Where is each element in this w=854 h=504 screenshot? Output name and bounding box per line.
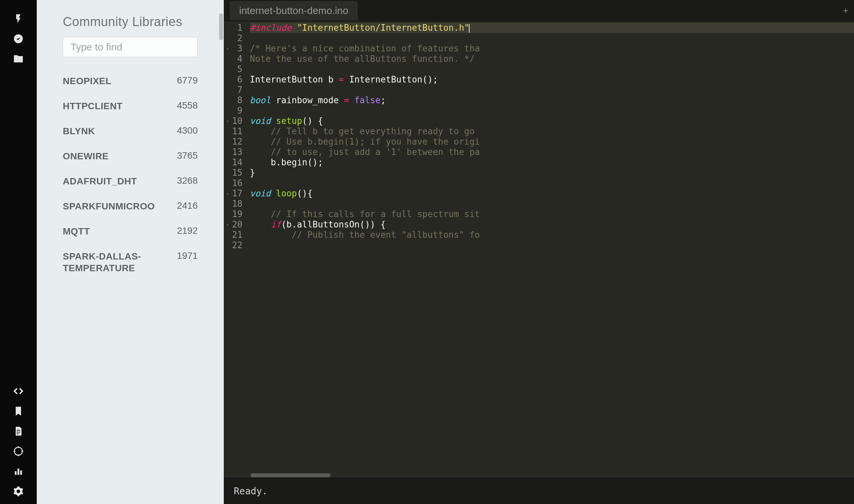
code-line[interactable] [250,33,854,43]
status-bar: Ready. [224,478,854,504]
line-number: 18 [227,199,242,209]
library-item[interactable]: ONEWIRE3765 [63,144,198,169]
library-item[interactable]: BLYNK4300 [63,119,198,144]
code-line[interactable] [250,85,854,95]
library-name: BLYNK [63,125,95,137]
code-content[interactable]: #include "InternetButton/InternetButton.… [247,21,854,478]
sidebar-scrollbar[interactable] [218,0,224,504]
line-number: 3▾ [227,43,242,54]
library-item[interactable]: MQTT2192 [63,219,198,244]
code-line[interactable]: // Use b.begin(1); if you have the origi [250,137,854,147]
check-circle-icon[interactable] [12,33,24,45]
line-number: 8 [227,95,242,106]
line-number: 16 [227,178,242,188]
code-line[interactable] [250,240,854,251]
sidebar-scroll-thumb[interactable] [219,13,223,40]
code-line[interactable]: if(b.allButtonsOn()) { [250,219,854,230]
library-item[interactable]: SPARK-DALLAS-TEMPERATURE1971 [63,244,198,281]
bar-chart-icon[interactable] [12,465,24,477]
line-number: 15 [227,168,242,178]
svg-rect-2 [15,471,16,475]
code-line[interactable]: #include "InternetButton/InternetButton.… [250,23,854,33]
line-number: 13 [227,147,242,157]
code-line[interactable]: InternetButton b = InternetButton(); [250,74,854,85]
line-number: 6 [227,74,242,85]
code-line[interactable] [250,178,854,188]
icon-rail [0,0,37,504]
document-icon[interactable] [12,425,24,437]
svg-point-1 [14,447,22,455]
code-line[interactable]: void setup() { [250,116,854,126]
code-line[interactable]: // If this calls for a full spectrum sit [250,209,854,219]
line-gutter: 123▾45678910▾11121314151617▾181920▾2122 [224,21,247,478]
fold-marker-icon[interactable]: ▾ [226,116,229,126]
library-item[interactable]: NEOPIXEL6779 [63,69,198,93]
fold-marker-icon[interactable]: ▾ [226,219,229,230]
library-name: SPARKFUNMICROO [63,200,155,212]
sidebar-title: Community Libraries [63,15,198,29]
library-name: SPARK-DALLAS-TEMPERATURE [63,251,163,274]
line-number: 2 [227,33,242,43]
line-number: 12 [227,137,242,147]
svg-rect-3 [17,469,19,475]
file-tab[interactable]: internet-button-demo.ino [230,1,358,20]
library-count: 4558 [177,100,198,111]
code-line[interactable] [250,64,854,74]
library-count: 2416 [177,200,198,211]
code-line[interactable] [250,199,854,209]
code-line[interactable]: void loop(){ [250,188,854,199]
line-number: 21 [227,230,242,240]
text-cursor [469,24,470,33]
library-item[interactable]: SPARKFUNMICROO2416 [63,194,198,219]
code-line[interactable]: // to use, just add a '1' between the pa [250,147,854,157]
code-line[interactable]: bool rainbow_mode = false; [250,95,854,106]
library-count: 6779 [177,75,198,86]
code-line[interactable]: // Publish the event "allbuttons" fo [250,230,854,240]
line-number: 17▾ [227,188,242,199]
library-name: ONEWIRE [63,150,109,162]
line-number: 1 [227,23,242,33]
code-line[interactable] [250,106,854,116]
line-number: 11 [227,126,242,137]
horizontal-scrollbar[interactable] [251,473,331,477]
code-line[interactable]: } [250,168,854,178]
line-number: 9 [227,106,242,116]
library-name: NEOPIXEL [63,75,112,87]
line-number: 7 [227,85,242,95]
line-number: 19 [227,209,242,219]
code-line[interactable]: Note the use of the allButtons function.… [250,54,854,64]
fold-marker-icon[interactable]: ▾ [226,188,229,199]
target-icon[interactable] [12,445,24,457]
line-number: 22 [227,240,242,251]
library-name: MQTT [63,226,90,237]
library-count: 1971 [177,251,198,261]
library-item[interactable]: ADAFRUIT_DHT3268 [63,169,198,194]
library-sidebar: Community Libraries NEOPIXEL6779HTTPCLIE… [37,0,224,504]
svg-rect-4 [20,470,22,474]
library-list: NEOPIXEL6779HTTPCLIENT4558BLYNK4300ONEWI… [63,69,198,281]
line-number: 20▾ [227,219,242,230]
code-icon[interactable] [12,385,24,397]
flash-icon[interactable] [12,13,24,25]
search-input[interactable] [63,37,198,57]
line-number: 5 [227,64,242,74]
bookmark-icon[interactable] [12,405,24,417]
code-line[interactable]: // Tell b to get everything ready to go [250,126,854,137]
library-name: ADAFRUIT_DHT [63,175,137,187]
line-number: 10▾ [227,116,242,126]
line-number: 4 [227,54,242,64]
library-item[interactable]: HTTPCLIENT4558 [63,93,198,119]
line-number: 14 [227,157,242,168]
add-tab-button[interactable] [841,6,851,16]
library-name: HTTPCLIENT [63,100,123,112]
folder-icon[interactable] [12,53,24,65]
tab-bar: internet-button-demo.ino [224,0,854,21]
gear-icon[interactable] [12,485,24,497]
code-line[interactable]: b.begin(); [250,157,854,168]
library-count: 3765 [177,150,198,161]
library-count: 3268 [177,175,198,186]
code-line[interactable]: /* Here's a nice combination of features… [250,43,854,54]
library-count: 4300 [177,125,198,136]
code-editor[interactable]: 123▾45678910▾11121314151617▾181920▾2122 … [224,21,854,478]
fold-marker-icon[interactable]: ▾ [226,43,229,54]
